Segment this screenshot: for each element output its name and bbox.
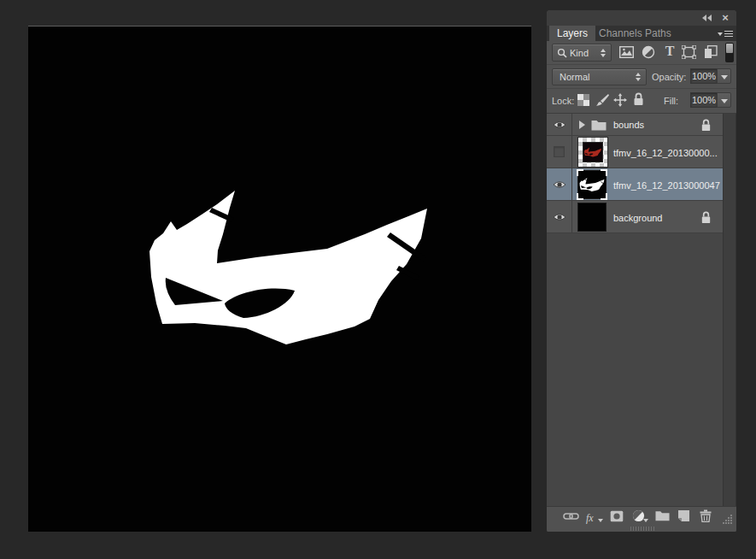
layer-row-background[interactable]: background — [547, 201, 723, 233]
collapse-to-icons-icon[interactable] — [702, 14, 714, 22]
eye-icon — [553, 213, 566, 221]
scrollbar-track[interactable] — [723, 114, 736, 506]
layer-name[interactable]: bounds — [613, 120, 644, 130]
filter-shape-layers-icon[interactable] — [682, 45, 696, 59]
layer-name[interactable]: tfmv_16_12_2013000047 — [613, 180, 720, 191]
layer-name[interactable]: tfmv_16_12_20130000... — [613, 148, 718, 158]
layer-row-hidden[interactable]: tfmv_16_12_20130000... — [547, 136, 723, 168]
tab-paths[interactable]: Paths — [637, 26, 679, 41]
layer-row-bounds[interactable]: bounds — [547, 114, 723, 136]
new-layer-icon[interactable] — [677, 509, 690, 522]
link-layers-icon[interactable] — [563, 512, 579, 521]
visibility-empty-box — [554, 146, 565, 157]
visibility-toggle-background[interactable] — [547, 201, 572, 232]
filter-kind-value: Kind — [570, 48, 589, 58]
panel-titlebar[interactable]: × — [547, 10, 736, 26]
lock-pixels-brush-icon[interactable] — [595, 93, 609, 107]
eye-icon — [553, 121, 566, 129]
selection-corner-icon — [601, 193, 607, 200]
lock-label: Lock: — [552, 96, 574, 106]
lock-row: Lock: Fill: 100% — [547, 89, 736, 113]
fill-value[interactable]: 100% — [690, 92, 718, 108]
panel-bottom-edge — [547, 526, 736, 532]
document-canvas[interactable] — [28, 26, 531, 532]
opacity-dropdown-button[interactable] — [717, 68, 731, 84]
eye-icon — [553, 180, 566, 189]
delete-layer-trash-icon[interactable] — [700, 509, 712, 522]
filter-on-off-switch[interactable] — [725, 43, 734, 62]
new-adjustment-layer-icon[interactable] — [632, 509, 645, 526]
thumbnail-art-red — [583, 143, 602, 162]
fill-label: Fill: — [664, 96, 678, 106]
photoshop-workspace: { "panel_header": { "close_icon": "\u00d… — [0, 0, 756, 559]
filter-type-layers-icon[interactable]: T — [664, 44, 676, 58]
search-icon — [557, 48, 567, 58]
layer-thumbnail-selected[interactable] — [577, 170, 607, 199]
folder-icon — [591, 120, 607, 131]
filter-row: Kind T — [547, 41, 736, 65]
selection-corner-icon — [577, 169, 583, 176]
layer-thumbnail[interactable] — [577, 137, 608, 168]
visibility-toggle-selected[interactable] — [547, 168, 572, 200]
panel-menu-icon[interactable] — [718, 30, 733, 38]
close-icon[interactable]: × — [719, 11, 731, 24]
lock-icon — [700, 211, 712, 224]
filter-smart-objects-icon[interactable] — [704, 45, 718, 59]
layer-controls: Kind T — [547, 41, 736, 114]
layers-panel: × Layers Channels Paths Kind — [547, 10, 736, 532]
blend-mode-dropdown[interactable]: Normal — [552, 68, 647, 85]
panel-resize-grip-icon[interactable] — [722, 514, 733, 525]
visibility-toggle-bounds[interactable] — [547, 114, 572, 135]
blend-mode-value: Normal — [560, 72, 589, 82]
layer-row-selected[interactable]: tfmv_16_12_2013000047 — [547, 168, 723, 201]
selection-corner-icon — [577, 193, 583, 200]
filter-kind-dropdown[interactable]: Kind — [552, 44, 612, 62]
layer-thumbnail-background[interactable] — [577, 203, 607, 232]
layer-list-empty-area — [547, 233, 723, 506]
panel-bottom-bar: fx — [547, 506, 736, 526]
opacity-label: Opacity: — [652, 72, 686, 82]
mask-artwork — [28, 26, 531, 533]
filter-pixel-layers-icon[interactable] — [619, 46, 634, 58]
blend-row: Normal Opacity: 100% — [547, 65, 736, 89]
filter-adjustment-layers-icon[interactable] — [642, 45, 655, 59]
tab-layers[interactable]: Layers — [549, 26, 595, 41]
panel-drag-handle[interactable] — [630, 527, 654, 531]
add-layer-mask-icon[interactable] — [610, 510, 624, 522]
fill-dropdown-button[interactable] — [717, 92, 731, 108]
panel-tabbar: Layers Channels Paths — [547, 26, 736, 41]
layer-style-fx-icon[interactable]: fx — [586, 509, 594, 525]
lock-transparency-icon[interactable] — [577, 94, 589, 106]
opacity-value[interactable]: 100% — [690, 68, 718, 84]
group-expand-icon[interactable] — [579, 121, 585, 129]
mask-shape — [149, 191, 427, 344]
visibility-toggle-hidden[interactable] — [547, 136, 572, 168]
mask-wing-slit-short — [396, 266, 419, 280]
lock-all-icon[interactable] — [633, 92, 644, 106]
layer-name[interactable]: background — [613, 213, 663, 223]
lock-icon — [700, 119, 712, 132]
lock-position-move-icon[interactable] — [613, 93, 627, 107]
selection-corner-icon — [601, 169, 607, 176]
new-group-folder-icon[interactable] — [655, 510, 670, 521]
